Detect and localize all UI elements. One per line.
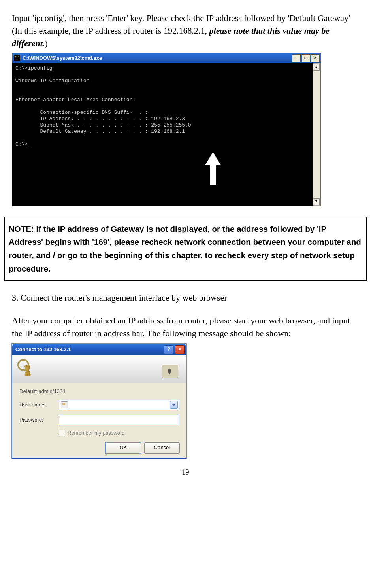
section3-body: After your computer obtained an IP addre… [12, 314, 359, 340]
dialog-help-button[interactable]: ? [164, 345, 173, 354]
dialog-banner [12, 355, 186, 383]
cmd-body-wrap: C:\>ipconfig Windows IP Configuration Et… [12, 63, 320, 206]
password-label: Password: [19, 417, 59, 423]
close-button[interactable]: × [311, 54, 320, 62]
section3-title: 3. Connect the router's management inter… [12, 291, 359, 304]
scroll-down-icon[interactable]: ▼ [313, 198, 320, 205]
connect-dialog: Connect to 192.168.2.1 ? × Default: admi… [12, 344, 186, 459]
scroll-up-icon[interactable]: ▲ [313, 64, 320, 71]
dialog-titlebar: Connect to 192.168.2.1 ? × [12, 344, 186, 355]
cmd-scrollbar[interactable]: ▲ ▼ [313, 63, 320, 206]
minimize-button[interactable]: _ [292, 54, 301, 62]
cmd-output: C:\>ipconfig Windows IP Configuration Et… [12, 63, 313, 206]
maximize-button[interactable]: □ [301, 54, 310, 62]
dialog-title: Connect to 192.168.2.1 [15, 346, 71, 352]
cmd-icon [14, 55, 20, 61]
default-credentials-text: Default: admin/1234 [19, 388, 179, 394]
cancel-button[interactable]: Cancel [144, 442, 180, 454]
keys-icon [19, 361, 35, 377]
ok-button[interactable]: OK [105, 442, 141, 454]
remember-password-checkbox[interactable]: Remember my password [59, 430, 179, 436]
cmd-titlebar: C:\WINDOWS\system32\cmd.exe _ □ × [12, 53, 320, 63]
username-label: User name: [19, 402, 59, 408]
page-number: 19 [12, 468, 359, 476]
cmd-window: C:\WINDOWS\system32\cmd.exe _ □ × C:\>ip… [12, 53, 321, 206]
username-input[interactable] [59, 400, 179, 410]
dialog-close-button[interactable]: × [175, 345, 185, 354]
intro-text-3: ) [45, 38, 47, 48]
cmd-title: C:\WINDOWS\system32\cmd.exe [23, 55, 291, 61]
dialog-body: Default: admin/1234 User name: Password: [12, 355, 186, 458]
password-input[interactable] [59, 415, 179, 425]
chevron-down-icon[interactable] [170, 401, 178, 409]
lock-icon [162, 365, 178, 378]
user-icon [61, 401, 68, 408]
note-box: NOTE: If the IP address of Gateway is no… [4, 217, 367, 281]
intro-paragraph: Input 'ipconfig', then press 'Enter' key… [12, 12, 359, 50]
checkbox-box[interactable] [59, 430, 65, 436]
